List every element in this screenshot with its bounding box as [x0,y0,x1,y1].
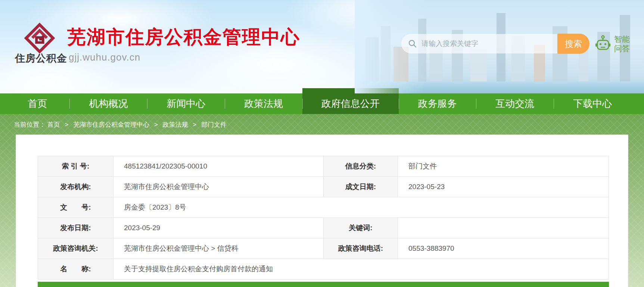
table-row: 名 称: 关于支持提取住房公积金支付购房首付款的通知 [38,259,609,280]
field-value-info-category: 部门文件 [398,156,609,176]
table-row: 索 引 号: 485123841/202305-00010 信息分类: 部门文件 [38,156,609,177]
smart-qa-link[interactable]: 智能 问答 [595,34,630,53]
document-section-bar [38,282,609,287]
field-value-doc-number: 房金委〔2023〕8号 [113,197,609,217]
nav-item-about[interactable]: 机构概况 [69,93,147,114]
field-label-info-category: 信息分类: [324,156,398,176]
table-row: 文 号: 房金委〔2023〕8号 [38,197,609,218]
nav-item-downloads[interactable]: 下载中心 [554,93,631,114]
nav-inner: 首页 机构概况 新闻中心 政策法规 政府信息公开 政务服务 互动交流 下载中心 [0,93,644,114]
breadcrumb-separator: > [65,121,68,128]
search-box [401,34,557,53]
nav-item-interaction[interactable]: 互动交流 [476,93,554,114]
search-input[interactable] [421,36,557,51]
field-label-title: 名 称: [38,259,113,279]
nav-item-home[interactable]: 首页 [5,93,69,114]
field-label-index-number: 索 引 号: [38,156,113,176]
nav-item-news[interactable]: 新闻中心 [147,93,225,114]
breadcrumb-separator: > [193,121,196,128]
breadcrumb-policies[interactable]: 政策法规 [163,121,188,128]
document-info-table: 索 引 号: 485123841/202305-00010 信息分类: 部门文件… [38,156,609,280]
breadcrumb-site[interactable]: 芜湖市住房公积金管理中心 [73,121,149,128]
field-label-written-date: 成文日期: [324,177,398,197]
field-value-consult-agency: 芜湖市住房公积金管理中心 > 信贷科 [113,238,324,259]
field-value-keywords [398,218,609,238]
breadcrumb-prefix: 当前位置： [14,121,46,128]
robot-icon [595,35,611,52]
search-icon [408,39,417,48]
breadcrumb-home[interactable]: 首页 [47,121,60,128]
main-nav: 首页 机构概况 新闻中心 政策法规 政府信息公开 政务服务 互动交流 下载中心 [0,93,644,114]
field-value-issuing-agency: 芜湖市住房公积金管理中心 [113,177,324,197]
search-button[interactable]: 搜索 [557,34,589,54]
field-label-issuing-agency: 发布机构: [38,177,113,197]
field-label-keywords: 关键词: [324,218,398,238]
field-label-consult-phone: 政策咨询电话: [324,238,398,259]
smart-qa-label: 智能 问答 [614,34,630,53]
field-label-consult-agency: 政策咨询机关: [38,238,113,259]
content-card: 索 引 号: 485123841/202305-00010 信息分类: 部门文件… [16,135,628,287]
field-value-title: 关于支持提取住房公积金支付购房首付款的通知 [113,259,609,279]
nav-item-services[interactable]: 政务服务 [399,93,476,114]
logo-caption: 住房公积金 [15,52,71,65]
table-row: 发布日期: 2023-05-29 关键词: [38,218,609,238]
table-row: 发布机构: 芜湖市住房公积金管理中心 成文日期: 2023-05-23 [38,177,609,197]
breadcrumb-separator: > [154,121,158,128]
field-value-consult-phone: 0553-3883970 [398,238,609,259]
site-title: 芜湖市住房公积金管理中心 [67,25,300,50]
table-row: 政策咨询机关: 芜湖市住房公积金管理中心 > 信贷科 政策咨询电话: 0553-… [38,238,609,259]
search-area: 搜索 [401,34,589,53]
field-value-publish-date: 2023-05-29 [113,218,324,238]
field-label-publish-date: 发布日期: [38,218,113,238]
page-background: 当前位置： 首页 > 芜湖市住房公积金管理中心 > 政策法规 > 部门文件 索 … [0,114,644,287]
field-value-written-date: 2023-05-23 [398,177,609,197]
breadcrumb-current: 部门文件 [201,121,227,128]
field-value-index-number: 485123841/202305-00010 [113,156,324,176]
nav-item-policies[interactable]: 政策法规 [225,93,302,114]
field-label-doc-number: 文 号: [38,197,113,217]
site-url: gjj.wuhu.gov.cn [69,52,140,63]
site-header: 住房公积金 芜湖市住房公积金管理中心 gjj.wuhu.gov.cn 搜索 智能… [0,0,644,93]
site-logo-icon [24,22,55,55]
breadcrumb: 当前位置： 首页 > 芜湖市住房公积金管理中心 > 政策法规 > 部门文件 [14,120,227,129]
